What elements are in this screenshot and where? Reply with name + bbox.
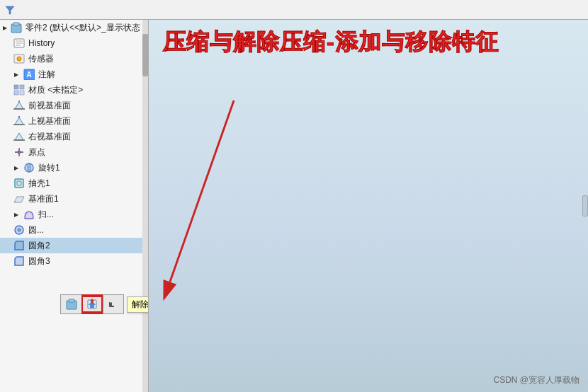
shell1-label: 抽壳1	[28, 178, 50, 190]
main-area: ▶ 零件2 (默认<<默认>_显示状态 1>) History	[0, 20, 588, 392]
watermark: CSDN @宽容人厚载物	[493, 374, 579, 386]
revolve1-label: 旋转1	[38, 162, 60, 174]
material-icon	[13, 83, 26, 96]
sensor-icon	[13, 52, 26, 65]
svg-rect-11	[14, 85, 18, 89]
svg-rect-13	[14, 91, 18, 95]
expand-arrow-annotation: ▶	[13, 71, 20, 78]
tree-item-revolve1[interactable]: ▶ 旋转1	[0, 160, 148, 175]
tree-item-fillet3[interactable]: 圆角3	[0, 253, 148, 269]
top-plane-label: 上视基准面	[28, 115, 71, 127]
part-icon	[10, 21, 23, 34]
view-area: 压缩与解除压缩-添加与移除特征 CSDN @宽容人厚载物	[149, 20, 588, 392]
context-btn-1[interactable]	[60, 294, 81, 314]
history-icon	[13, 37, 26, 50]
shell-icon	[13, 177, 26, 190]
expand-arrow-revolve: ▶	[13, 164, 20, 171]
svg-rect-30	[15, 179, 23, 188]
svg-rect-14	[20, 91, 24, 95]
expand-arrow: ▶	[3, 24, 7, 31]
part-label: 零件2 (默认<<默认>_显示状态 1>)	[26, 22, 149, 34]
right-plane-icon	[13, 130, 26, 143]
front-plane-icon	[13, 99, 26, 112]
tree-item-shell1[interactable]: 抽壳1	[0, 175, 148, 191]
svg-marker-15	[15, 102, 23, 109]
origin-icon	[13, 146, 26, 158]
toolbar	[0, 0, 588, 20]
context-btn-back[interactable]	[103, 294, 124, 314]
material-label: 材质 <未指定>	[28, 84, 83, 96]
filter-icon[interactable]	[3, 3, 17, 17]
svg-marker-0	[6, 6, 14, 14]
tree-item-history[interactable]: History	[0, 35, 148, 51]
context-popup: 解除压缩	[60, 294, 149, 314]
tree-item-sweep[interactable]: ▶ 扫...	[0, 207, 148, 222]
tree-item-base-plane1[interactable]: 基准面1	[0, 191, 148, 207]
right-plane-label: 右视基准面	[28, 131, 71, 143]
svg-line-44	[170, 100, 234, 282]
expand-arrow-sweep: ▶	[13, 211, 20, 218]
annotation-label: 注解	[38, 69, 55, 81]
svg-rect-12	[20, 85, 24, 89]
tree-scrollbar[interactable]	[142, 20, 148, 392]
fillet2-label: 圆角2	[28, 240, 50, 252]
context-btn-up[interactable]	[81, 294, 103, 314]
view-border-handle[interactable]	[582, 195, 588, 217]
tree-scroll-thumb[interactable]	[142, 34, 148, 76]
tree-item-material[interactable]: 材质 <未指定>	[0, 82, 148, 98]
tree-item-annotation[interactable]: ▶ A 注解	[0, 67, 148, 82]
svg-text:A: A	[26, 71, 31, 79]
tree-item-sensor[interactable]: 传感器	[0, 51, 148, 67]
arrow-overlay	[149, 20, 588, 392]
tree-item-circle[interactable]: 圆...	[0, 222, 148, 238]
sweep-label: 扫...	[38, 209, 54, 221]
svg-marker-18	[15, 117, 23, 125]
fillet2-icon	[13, 239, 26, 252]
svg-rect-37	[69, 299, 74, 302]
feature-tree: ▶ 零件2 (默认<<默认>_显示状态 1>) History	[0, 20, 149, 392]
svg-point-35	[18, 229, 21, 231]
fillet3-icon	[13, 255, 26, 267]
svg-point-26	[18, 151, 21, 154]
svg-point-8	[17, 57, 21, 61]
sensor-label: 传感器	[28, 53, 54, 65]
revolve-icon	[23, 161, 35, 174]
context-tooltip: 解除压缩	[127, 296, 149, 313]
top-plane-icon	[13, 115, 26, 127]
sweep-icon	[23, 208, 35, 221]
svg-rect-2	[13, 23, 19, 25]
svg-marker-21	[15, 133, 23, 140]
annotation-icon: A	[23, 68, 35, 81]
tree-item-origin[interactable]: 原点	[0, 144, 148, 160]
front-plane-label: 前视基准面	[28, 100, 71, 112]
base-plane1-label: 基准面1	[28, 193, 59, 205]
origin-label: 原点	[28, 146, 45, 158]
svg-marker-32	[14, 197, 24, 202]
fillet3-label: 圆角3	[28, 255, 50, 267]
overlay-title: 压缩与解除压缩-添加与移除特征	[163, 27, 499, 58]
history-label: History	[28, 38, 55, 48]
circle-icon	[13, 224, 26, 236]
tree-item-front-plane[interactable]: 前视基准面	[0, 98, 148, 113]
base-plane1-icon	[13, 192, 26, 205]
part-root-item[interactable]: ▶ 零件2 (默认<<默认>_显示状态 1>)	[0, 20, 148, 35]
tree-item-right-plane[interactable]: 右视基准面	[0, 129, 148, 144]
circle-label: 圆...	[28, 224, 44, 236]
tree-item-top-plane[interactable]: 上视基准面	[0, 113, 148, 129]
tree-item-fillet2[interactable]: 圆角2	[0, 238, 148, 253]
